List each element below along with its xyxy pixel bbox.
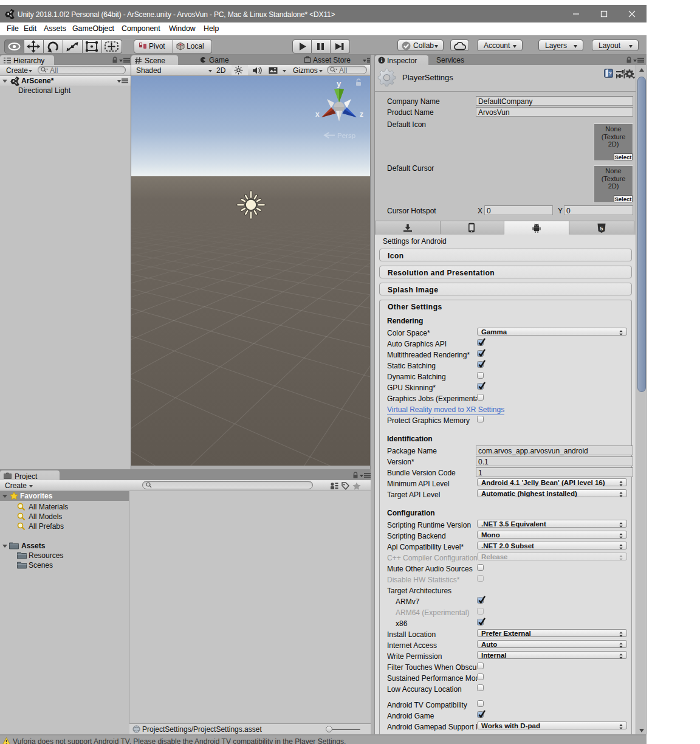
svg-text:x: x [315,110,320,119]
svg-text:Persp: Persp [337,132,355,139]
svg-text:5: 5 [600,225,603,232]
svg-text:?: ? [608,71,612,77]
svg-text:y: y [337,79,341,88]
svg-text:z: z [360,110,363,119]
